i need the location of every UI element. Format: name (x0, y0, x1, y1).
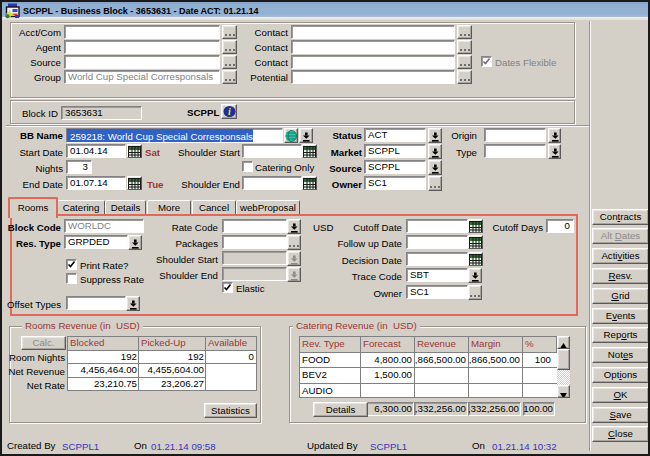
svg-text:i: i (228, 106, 231, 117)
